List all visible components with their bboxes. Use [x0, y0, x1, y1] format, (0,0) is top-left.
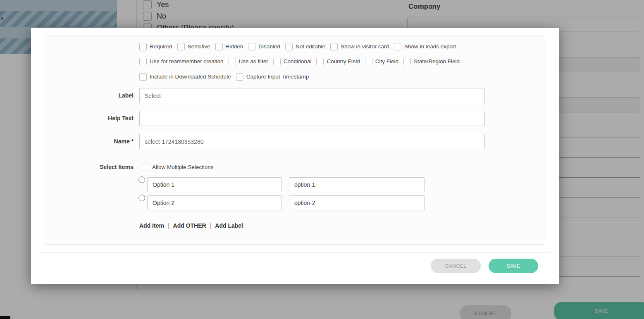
checkbox-label: Sensitive — [188, 43, 210, 50]
help-text-input[interactable] — [139, 111, 485, 126]
checkbox-label: Country Field — [327, 58, 360, 64]
allow-multiple-selections[interactable]: Allow Multiple Selections — [142, 164, 214, 171]
flag-not-editable[interactable]: Not editable — [285, 43, 325, 50]
option-1-label-input[interactable] — [147, 177, 282, 192]
checkbox-label: Use as filter — [239, 58, 268, 64]
flag-sensitive[interactable]: Sensitive — [177, 43, 210, 50]
checkbox[interactable] — [394, 43, 401, 50]
flag-show-in-visitor-card[interactable]: Show in visitor card — [330, 43, 389, 50]
checkbox-label: Disabled — [258, 43, 280, 50]
add-label-link[interactable]: Add Label — [215, 222, 243, 229]
option-2-label-input[interactable] — [147, 195, 282, 210]
checkbox[interactable] — [285, 43, 293, 50]
flag-disabled[interactable]: Disabled — [248, 43, 280, 50]
checkbox[interactable] — [139, 43, 147, 50]
allow-multiple-row: Allow Multiple Selections — [142, 163, 214, 171]
name-input[interactable] — [139, 134, 485, 149]
checkbox[interactable] — [139, 73, 147, 81]
checkbox-label: Hidden — [226, 43, 243, 50]
name-field-label: Name * — [45, 134, 134, 149]
flags-row-2: Use for teammember creation Use as filte… — [139, 57, 460, 65]
option-2-radio[interactable] — [138, 195, 145, 201]
flag-city-field[interactable]: City Field — [365, 58, 398, 65]
checkbox[interactable] — [330, 43, 338, 50]
checkbox-label: Required — [150, 43, 172, 50]
option-2-value-input[interactable] — [289, 195, 425, 210]
checkbox[interactable] — [236, 73, 243, 81]
flag-country-field[interactable]: Country Field — [316, 58, 360, 65]
checkbox[interactable] — [229, 58, 236, 65]
checkbox-label: Include in Downloaded Schedule — [150, 74, 231, 80]
add-item-link[interactable]: Add Item — [139, 222, 164, 229]
checkbox-label: Conditional — [284, 58, 312, 64]
checkbox-label: Use for teammember creation — [150, 58, 224, 64]
flag-use-as-filter[interactable]: Use as filter — [229, 58, 268, 65]
label-input[interactable] — [139, 88, 485, 103]
checkbox-label: Show in visitor card — [341, 43, 389, 50]
option-actions: Add Item | Add OTHER | Add Label — [139, 222, 243, 229]
save-button[interactable]: SAVE — [489, 259, 538, 273]
checkbox-label: City Field — [375, 58, 398, 64]
checkbox[interactable] — [248, 43, 255, 50]
flag-conditional[interactable]: Conditional — [273, 58, 312, 65]
flag-required[interactable]: Required — [139, 43, 172, 50]
checkbox-label: Show in leads export — [404, 43, 456, 50]
add-other-link[interactable]: Add OTHER — [173, 222, 206, 229]
checkbox[interactable] — [365, 58, 372, 65]
label-field-label: Label — [45, 88, 134, 103]
flag-hidden[interactable]: Hidden — [215, 43, 243, 50]
checkbox[interactable] — [273, 58, 281, 65]
checkbox[interactable] — [403, 58, 411, 65]
flag-show-in-leads-export[interactable]: Show in leads export — [394, 43, 456, 50]
checkbox-label: State/Region Field — [414, 58, 460, 64]
option-1-value-input[interactable] — [289, 177, 425, 192]
link-separator: | — [168, 222, 169, 229]
checkbox[interactable] — [139, 58, 147, 65]
flag-teammember-creation[interactable]: Use for teammember creation — [139, 58, 224, 65]
flag-include-downloaded-schedule[interactable]: Include in Downloaded Schedule — [139, 73, 231, 81]
flags-row-1: Required Sensitive Hidden Disabled Not e… — [139, 43, 456, 50]
help-text-field-label: Help Text — [45, 111, 134, 126]
checkbox[interactable] — [316, 58, 324, 65]
field-settings-modal: Required Sensitive Hidden Disabled Not e… — [31, 28, 559, 284]
option-1-radio[interactable] — [138, 176, 145, 183]
page: x Yes No Others (Please specify) Company — [0, 0, 644, 319]
checkbox[interactable] — [177, 43, 185, 50]
field-settings-panel: Required Sensitive Hidden Disabled Not e… — [45, 36, 544, 245]
checkbox-label: Allow Multiple Selections — [152, 164, 214, 170]
modal-footer-divider — [38, 252, 551, 252]
link-separator: | — [210, 222, 212, 229]
flag-capture-input-timestamp[interactable]: Capture Input Timestamp — [236, 73, 309, 81]
checkbox-label: Not editable — [296, 43, 325, 50]
flag-state-region-field[interactable]: State/Region Field — [403, 58, 460, 65]
cancel-button[interactable]: CANCEL — [431, 259, 481, 273]
flags-row-3: Include in Downloaded Schedule Capture I… — [139, 73, 309, 81]
select-items-label: Select Items — [45, 163, 134, 171]
checkbox[interactable] — [142, 164, 149, 171]
checkbox[interactable] — [215, 43, 223, 50]
checkbox-label: Capture Input Timestamp — [246, 74, 309, 80]
